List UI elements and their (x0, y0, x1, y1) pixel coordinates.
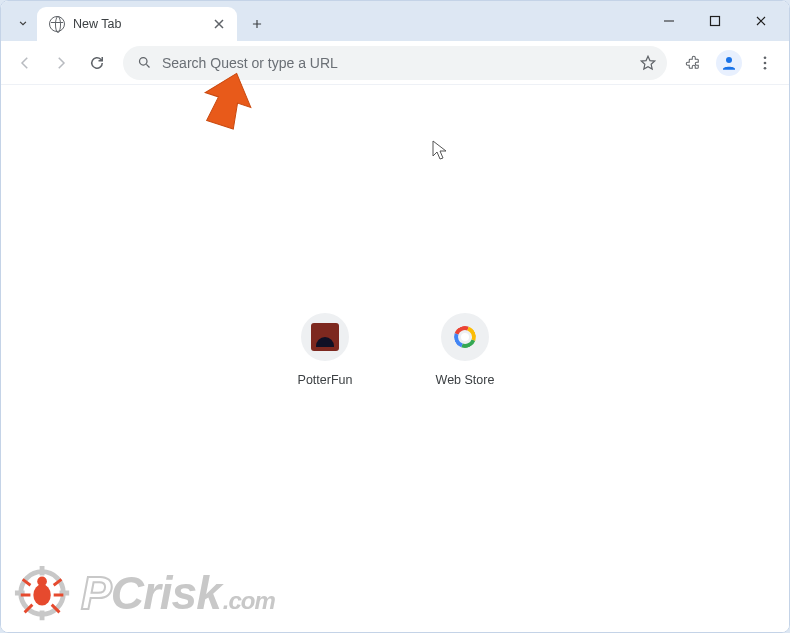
shortcut-icon-chip (301, 313, 349, 361)
shortcut-label: Web Store (436, 373, 495, 387)
address-bar[interactable] (123, 46, 667, 80)
window-controls (647, 1, 783, 41)
plus-icon (250, 17, 264, 31)
address-input[interactable] (162, 55, 629, 71)
close-window-button[interactable] (739, 6, 783, 36)
potterfun-icon (311, 323, 339, 351)
person-icon (720, 54, 738, 72)
chevron-down-icon (16, 16, 30, 30)
arrow-left-icon (16, 54, 34, 72)
puzzle-piece-icon (684, 54, 702, 72)
svg-point-2 (726, 57, 732, 63)
close-icon (214, 19, 224, 29)
maximize-icon (709, 15, 721, 27)
close-icon (755, 15, 767, 27)
pcrisk-watermark: PCrisk.com (13, 562, 275, 624)
watermark-dotcom: .com (223, 587, 275, 614)
svg-point-5 (764, 66, 767, 69)
search-icon (137, 55, 152, 70)
chrome-webstore-icon (454, 326, 476, 348)
shortcut-potterfun[interactable]: PotterFun (280, 313, 370, 387)
star-icon[interactable] (639, 54, 657, 72)
svg-line-18 (52, 605, 60, 613)
svg-point-4 (764, 61, 767, 64)
svg-rect-0 (711, 17, 720, 26)
svg-line-17 (25, 605, 33, 613)
watermark-c: C (111, 567, 143, 619)
new-tab-page: PotterFun Web Store (1, 85, 789, 632)
shortcut-icon-chip (441, 313, 489, 361)
svg-line-14 (54, 579, 62, 585)
minimize-icon (663, 15, 675, 27)
tab-title: New Tab (73, 17, 121, 31)
reload-icon (88, 54, 106, 72)
active-tab[interactable]: New Tab (37, 7, 237, 41)
svg-line-13 (23, 579, 31, 585)
svg-point-1 (140, 58, 148, 66)
shortcut-webstore[interactable]: Web Store (420, 313, 510, 387)
arrow-right-icon (52, 54, 70, 72)
profile-button[interactable] (716, 50, 742, 76)
dots-vertical-icon (756, 54, 774, 72)
tab-close-button[interactable] (211, 16, 227, 32)
watermark-risk: risk (143, 567, 221, 619)
toolbar (1, 41, 789, 85)
minimize-button[interactable] (647, 6, 691, 36)
svg-point-6 (21, 572, 64, 615)
tab-search-dropdown[interactable] (9, 5, 37, 41)
svg-point-11 (33, 584, 50, 605)
maximize-button[interactable] (693, 6, 737, 36)
svg-point-3 (764, 56, 767, 59)
svg-point-12 (37, 577, 47, 587)
reload-button[interactable] (81, 47, 113, 79)
bug-crosshair-icon (13, 562, 75, 624)
new-tab-button[interactable] (243, 10, 271, 38)
globe-icon (49, 16, 65, 32)
kebab-menu-button[interactable] (749, 47, 781, 79)
forward-button[interactable] (45, 47, 77, 79)
shortcut-label: PotterFun (298, 373, 353, 387)
titlebar: New Tab (1, 1, 789, 41)
shortcut-grid: PotterFun Web Store (280, 313, 510, 387)
browser-window: New Tab (0, 0, 790, 633)
watermark-p: P (81, 567, 111, 619)
watermark-text: PCrisk.com (81, 566, 275, 620)
extensions-button[interactable] (677, 47, 709, 79)
back-button[interactable] (9, 47, 41, 79)
